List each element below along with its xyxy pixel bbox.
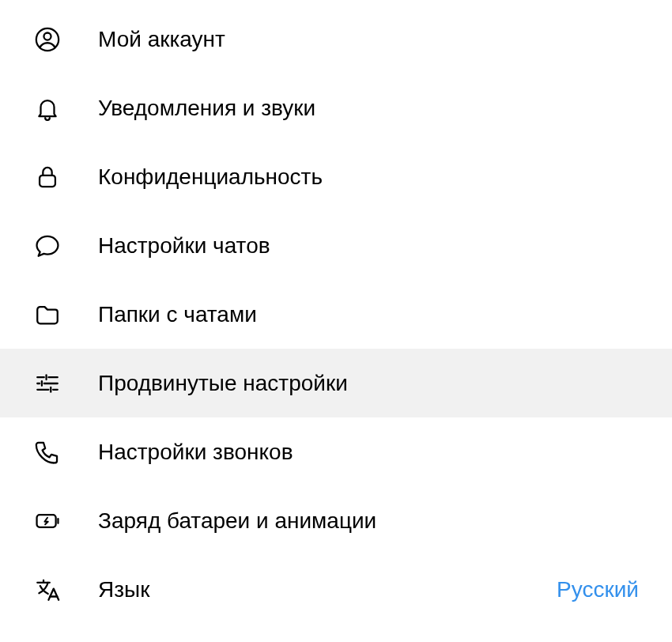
settings-item-call-settings[interactable]: Настройки звонков bbox=[0, 417, 672, 486]
svg-point-1 bbox=[43, 32, 51, 40]
settings-item-label: Язык bbox=[98, 577, 557, 602]
settings-item-value: Русский bbox=[557, 577, 639, 602]
settings-item-language[interactable]: Язык Русский bbox=[0, 555, 672, 624]
settings-item-advanced[interactable]: Продвинутые настройки bbox=[0, 349, 672, 417]
language-icon bbox=[33, 576, 62, 604]
sliders-icon bbox=[33, 369, 62, 398]
settings-item-label: Мой аккаунт bbox=[98, 27, 639, 52]
settings-item-label: Настройки чатов bbox=[98, 233, 639, 259]
settings-item-label: Продвинутые настройки bbox=[98, 371, 639, 396]
settings-item-label: Конфиденциальность bbox=[98, 164, 639, 190]
settings-item-label: Папки с чатами bbox=[98, 302, 639, 327]
settings-item-label: Уведомления и звуки bbox=[98, 96, 639, 121]
settings-item-privacy[interactable]: Конфиденциальность bbox=[0, 142, 672, 211]
settings-item-label: Настройки звонков bbox=[98, 440, 639, 465]
settings-item-battery-animations[interactable]: Заряд батареи и анимации bbox=[0, 486, 672, 555]
settings-list: Мой аккаунт Уведомления и звуки Конфиден… bbox=[0, 0, 672, 624]
settings-item-chat-folders[interactable]: Папки с чатами bbox=[0, 280, 672, 349]
folder-icon bbox=[33, 300, 62, 329]
settings-item-my-account[interactable]: Мой аккаунт bbox=[0, 5, 672, 74]
bell-icon bbox=[33, 94, 62, 123]
settings-item-label: Заряд батареи и анимации bbox=[98, 508, 639, 534]
settings-item-chat-settings[interactable]: Настройки чатов bbox=[0, 211, 672, 280]
settings-item-notifications[interactable]: Уведомления и звуки bbox=[0, 74, 672, 142]
lock-icon bbox=[33, 163, 62, 191]
battery-charging-icon bbox=[33, 507, 62, 535]
phone-icon bbox=[33, 438, 62, 466]
account-icon bbox=[33, 25, 62, 54]
svg-rect-2 bbox=[40, 175, 55, 186]
chat-bubble-icon bbox=[33, 232, 62, 260]
